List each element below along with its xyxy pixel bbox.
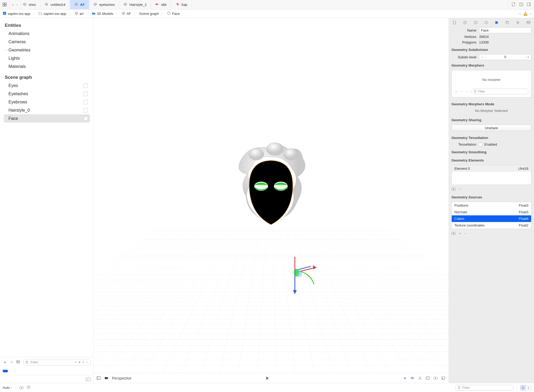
console-icon[interactable] bbox=[86, 377, 91, 381]
attributes-inspector-icon[interactable] bbox=[494, 20, 499, 25]
crumb-sapien-ios-app[interactable]: sapien-ios-app bbox=[38, 11, 66, 16]
node-eyebrows[interactable]: Eyebrows bbox=[4, 98, 90, 106]
filter-lines-icon: ☰ bbox=[458, 386, 461, 390]
history-inspector-icon[interactable] bbox=[462, 20, 468, 25]
filter-bone-icon[interactable]: ⋔ bbox=[82, 360, 84, 364]
inspector-toggle-icon[interactable] bbox=[527, 2, 531, 7]
stepper-minus-icon[interactable]: − bbox=[479, 55, 485, 59]
morpher-add-icon[interactable]: ＋ bbox=[454, 89, 458, 94]
source-row-positions[interactable]: PositionsFloat3 bbox=[452, 202, 531, 209]
more-icon[interactable] bbox=[16, 360, 20, 364]
transform-gizmo[interactable] bbox=[271, 249, 319, 297]
stepper-plus-icon[interactable]: + bbox=[525, 55, 531, 59]
filter-light-icon[interactable]: ☀ bbox=[74, 360, 77, 364]
source-row-colors[interactable]: ColorsFloat4 bbox=[452, 215, 531, 222]
morpher-filter[interactable]: ☰ Filter bbox=[471, 89, 528, 94]
filter-camera-icon[interactable]: ■ bbox=[79, 360, 80, 364]
node-hairstyle_0[interactable]: Hairstyle_0 bbox=[4, 106, 90, 114]
tab-sap[interactable]: Sap bbox=[171, 0, 192, 9]
play-icon[interactable] bbox=[266, 377, 269, 380]
assistant-icon[interactable] bbox=[519, 2, 523, 7]
node-eyelashes[interactable]: Eyelashes bbox=[4, 90, 90, 98]
element-row[interactable]: Element 0UInt16 bbox=[452, 165, 531, 172]
tab-idle[interactable]: idle bbox=[151, 0, 171, 9]
material-inspector-icon[interactable] bbox=[504, 20, 510, 25]
name-field[interactable]: Face bbox=[479, 27, 531, 33]
manipulator-icon[interactable] bbox=[418, 376, 422, 380]
sources-add-icon[interactable]: ＋ bbox=[458, 231, 462, 236]
elements-more-icon[interactable]: ⋯ bbox=[458, 187, 462, 191]
sources-visibility-icon[interactable] bbox=[451, 232, 456, 235]
scope-pill[interactable] bbox=[3, 370, 8, 372]
outline-filter[interactable]: ☰ Filter ☀ ■ ⋔ ◇ bbox=[23, 359, 91, 365]
sidebar-icon[interactable] bbox=[97, 376, 101, 380]
crumb-3d-models[interactable]: 3D Models bbox=[92, 11, 113, 16]
subdiv-stepper[interactable]: − 0 + bbox=[479, 54, 531, 60]
scene-icon bbox=[74, 2, 78, 7]
bounds-icon[interactable] bbox=[426, 376, 430, 380]
morpher-more-icon[interactable]: ⋯ bbox=[465, 90, 469, 94]
physics-inspector-icon[interactable] bbox=[515, 20, 521, 25]
console-filter[interactable]: ☰ Filter bbox=[455, 385, 514, 391]
tess-checkbox[interactable] bbox=[479, 143, 482, 146]
entity-materials[interactable]: Materials bbox=[4, 62, 90, 71]
crumb-scene-graph[interactable]: Scene graph bbox=[139, 12, 159, 16]
filter-mesh-icon[interactable]: ◇ bbox=[86, 360, 88, 364]
sources-remove-icon[interactable]: − bbox=[464, 232, 467, 236]
crumb-sapien-ios-app[interactable]: Asapien-ios-app bbox=[3, 11, 30, 16]
camera-mode-icon[interactable] bbox=[104, 376, 108, 380]
tab-label: Hairstyle_2 bbox=[129, 3, 147, 7]
tab-label: eyelashes bbox=[99, 3, 115, 7]
entity-cameras[interactable]: Cameras bbox=[4, 38, 90, 46]
help-inspector-icon[interactable]: ? bbox=[473, 20, 479, 25]
scene-viewport[interactable] bbox=[93, 18, 449, 373]
visibility-icon[interactable] bbox=[433, 377, 438, 380]
svg-marker-22 bbox=[313, 265, 316, 269]
tab-bar: ‹ › shesuntitled14AFeyelashesHairstyle_2… bbox=[0, 0, 534, 10]
grid-icon[interactable] bbox=[0, 0, 10, 9]
tab-untitled14[interactable]: untitled14 bbox=[40, 0, 70, 9]
crumb-art[interactable]: art bbox=[75, 11, 84, 16]
panel-toggle[interactable]: ▯ ▯ bbox=[520, 385, 531, 390]
svg-rect-27 bbox=[105, 377, 107, 379]
unshare-button[interactable]: Unshare bbox=[451, 125, 531, 131]
orbit-icon[interactable] bbox=[410, 376, 414, 380]
node-face[interactable]: Face bbox=[4, 114, 90, 123]
tab-af[interactable]: AF bbox=[70, 0, 89, 9]
warning-icon[interactable] bbox=[523, 12, 528, 16]
tab-eyelashes[interactable]: eyelashes bbox=[89, 0, 119, 9]
scene-inspector-icon[interactable] bbox=[526, 20, 531, 25]
svg-marker-23 bbox=[293, 290, 297, 294]
elements-visibility-icon[interactable] bbox=[451, 188, 456, 190]
preview-visibility-icon[interactable] bbox=[19, 386, 24, 389]
node-eyes[interactable]: Eyes bbox=[4, 81, 90, 90]
entity-lights[interactable]: Lights bbox=[4, 54, 90, 62]
source-row-normals[interactable]: NormalsFloat3 bbox=[452, 209, 531, 215]
render-icon[interactable] bbox=[441, 376, 445, 380]
subdiv-value[interactable]: 0 bbox=[485, 54, 525, 60]
auto-popup[interactable]: Auto ⌃ bbox=[3, 386, 13, 390]
crumb-back-icon[interactable]: ‹ bbox=[519, 12, 520, 16]
entity-geometries[interactable]: ›Geometries bbox=[4, 46, 90, 54]
crumb-forward-icon[interactable]: › bbox=[530, 12, 531, 16]
camera-mode-label[interactable]: Perspective bbox=[112, 376, 131, 380]
file-inspector-icon[interactable] bbox=[451, 20, 457, 25]
node-inspector-icon[interactable] bbox=[483, 20, 489, 25]
crumb-face[interactable]: Face bbox=[167, 11, 180, 16]
swap-icon[interactable] bbox=[511, 2, 515, 7]
source-row-texture-coordinates[interactable]: Texture coordinatesFloat2 bbox=[452, 222, 531, 229]
add-icon[interactable]: ＋ bbox=[3, 359, 7, 365]
svg-line-32 bbox=[419, 378, 420, 380]
light-icon[interactable]: ✦ bbox=[403, 376, 407, 380]
entity-animations[interactable]: Animations bbox=[4, 29, 90, 38]
morpher-remove-icon[interactable]: − bbox=[460, 90, 463, 94]
viewport-toolbar: Perspective ✦ bbox=[93, 373, 449, 383]
tab-hairstyle_2[interactable]: Hairstyle_2 bbox=[119, 0, 151, 9]
info-icon[interactable] bbox=[27, 385, 31, 390]
tab-shes[interactable]: shes bbox=[21, 0, 40, 9]
crumb-af[interactable]: AF bbox=[122, 11, 131, 16]
svg-point-6 bbox=[158, 4, 159, 5]
nav-back-icon[interactable]: ‹ bbox=[12, 3, 13, 7]
svg-rect-2 bbox=[3, 5, 5, 6]
remove-icon[interactable]: − bbox=[10, 360, 13, 365]
